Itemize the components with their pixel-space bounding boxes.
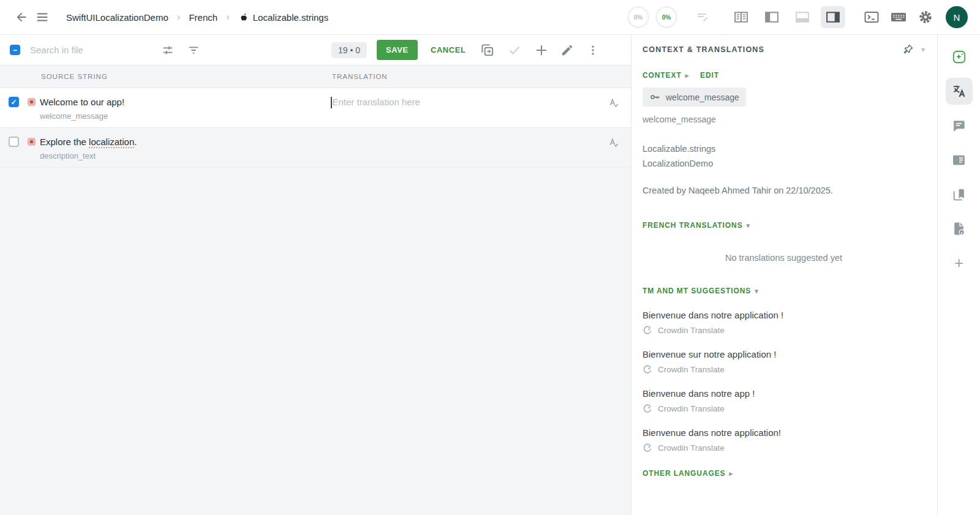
proofread-progress-ring[interactable]: 0% [627, 6, 649, 28]
suggestion-source: Crowdin Translate [643, 443, 925, 453]
document-info-icon [951, 221, 967, 236]
hamburger-icon [36, 10, 49, 24]
no-translations-message: No translations suggested yet [643, 253, 925, 263]
keyboard-icon [891, 10, 907, 24]
settings-button[interactable] [915, 7, 936, 28]
crowdin-translate-icon [643, 364, 652, 374]
right-panel-view-icon [826, 12, 840, 23]
view-mode-bottom-panel-button[interactable] [790, 6, 815, 28]
breadcrumb-language[interactable]: French [189, 12, 217, 23]
search-input[interactable] [30, 45, 157, 55]
suggestion-item[interactable]: Bienvenue dans notre app ! Crowdin Trans… [643, 388, 925, 413]
caret-right-icon: ▸ [729, 470, 733, 478]
add-string-button[interactable] [531, 40, 552, 61]
french-translations-toggle[interactable]: FRENCH TRANSLATIONS ▾ [643, 221, 750, 230]
string-key-plain: welcome_message [643, 115, 925, 124]
copy-source-button[interactable] [477, 40, 498, 61]
tm-suggestions-toggle[interactable]: TM AND MT SUGGESTIONS ▾ [643, 287, 759, 295]
comments-tab[interactable] [946, 112, 973, 139]
edit-string-button[interactable] [557, 40, 578, 61]
select-all-checkbox[interactable]: − [10, 45, 20, 55]
console-button[interactable] [861, 7, 882, 28]
arrow-left-icon [15, 10, 28, 24]
crowdin-translate-icon [643, 443, 652, 453]
apple-icon [238, 12, 248, 23]
more-actions-button[interactable] [582, 40, 603, 61]
row-checkbox-unchecked[interactable] [9, 137, 19, 147]
breadcrumb-project[interactable]: SwiftUILocalizationDemo [66, 12, 168, 23]
text-cursor [331, 97, 332, 108]
plus-icon: + [954, 254, 963, 273]
bottom-panel-view-icon [796, 12, 809, 23]
source-string-text: Explore the localization. [40, 136, 331, 148]
string-key: description_text [40, 151, 331, 160]
ai-sparkle-icon [951, 49, 967, 65]
qa-check-button[interactable] [597, 136, 631, 149]
crowdin-translate-icon [643, 325, 652, 335]
context-section-header: CONTEXT ▸ EDIT [643, 71, 925, 80]
add-panel-tab-button[interactable]: + [946, 249, 973, 276]
other-languages-label: OTHER LANGUAGES [643, 469, 726, 478]
pin-panel-button[interactable] [902, 43, 914, 55]
menu-button[interactable] [32, 7, 53, 28]
breadcrumb-separator: › [226, 11, 230, 23]
breadcrumb-separator: › [177, 11, 181, 23]
translation-placeholder: Enter translation here [333, 96, 420, 108]
view-mode-right-panel-button[interactable] [821, 6, 845, 28]
file-context-tab[interactable] [946, 215, 973, 242]
search-settings-button[interactable] [157, 40, 178, 61]
comfortable-view-icon [734, 12, 748, 23]
untranslated-status-icon [28, 138, 36, 146]
other-languages-toggle[interactable]: OTHER LANGUAGES ▸ [643, 469, 733, 478]
key-chip-label: welcome_message [666, 92, 739, 102]
string-key-chip[interactable]: welcome_message [643, 88, 746, 107]
user-avatar[interactable]: N [946, 6, 968, 28]
dictionary-tab[interactable] [946, 181, 973, 208]
translations-tab[interactable] [946, 78, 973, 105]
translation-input[interactable]: Enter translation here [331, 96, 597, 108]
edit-context-button[interactable]: EDIT [700, 71, 719, 80]
context-section-toggle[interactable]: CONTEXT ▸ [643, 71, 689, 80]
pushpin-icon [902, 43, 914, 55]
save-button[interactable]: SAVE [377, 40, 418, 60]
suggestion-item[interactable]: Bienvenue dans notre application! Crowdi… [643, 427, 925, 453]
filter-button[interactable] [183, 40, 204, 61]
spellcheck-icon [607, 96, 620, 110]
translation-progress-ring[interactable]: 0% [655, 6, 677, 28]
cancel-button[interactable]: CANCEL [431, 45, 466, 55]
shortcuts-button[interactable] [888, 7, 909, 28]
kebab-menu-icon [587, 43, 599, 57]
suggestion-item[interactable]: Bienvenue sur notre application ! Crowdi… [643, 349, 925, 374]
collapse-panel-button[interactable]: ▾ [921, 45, 925, 54]
string-row[interactable]: Explore the localization. description_te… [0, 128, 631, 168]
back-button[interactable] [11, 7, 32, 28]
plus-icon [534, 43, 549, 58]
breadcrumb: SwiftUILocalizationDemo › French › Local… [66, 11, 328, 23]
qa-check-button[interactable] [597, 96, 631, 110]
view-mode-side-by-side-button[interactable] [760, 6, 784, 28]
approve-button[interactable] [504, 40, 525, 61]
view-mode-comfortable-button[interactable] [729, 6, 753, 28]
terms-tab[interactable] [946, 146, 973, 173]
suggestion-text: Bienvenue dans notre application ! [643, 310, 925, 320]
check-mark: ✓ [10, 99, 17, 106]
string-row[interactable]: ✓ Welcome to our app! welcome_message En… [0, 88, 631, 128]
suggestion-text: Bienvenue dans notre application! [643, 427, 925, 438]
gear-icon [918, 10, 933, 24]
translation-progress-value: 0% [662, 14, 671, 21]
comment-icon [951, 118, 967, 133]
translate-icon [951, 83, 967, 99]
editor-toolbar: − 19 • 0 SAVE CANCEL [0, 35, 631, 66]
row-checkbox-checked[interactable]: ✓ [9, 97, 19, 107]
breadcrumb-file[interactable]: Localizable.strings [238, 12, 328, 23]
ai-assistant-tab[interactable] [946, 43, 973, 70]
context-label: CONTEXT [643, 71, 682, 80]
suggestion-item[interactable]: Bienvenue dans notre application ! Crowd… [643, 310, 925, 335]
file-name: Localizable.strings [643, 141, 925, 156]
source-column-header: SOURCE STRING [41, 73, 332, 80]
source-string-text: Welcome to our app! [40, 96, 331, 108]
drafts-button[interactable] [692, 7, 713, 28]
panel-title: CONTEXT & TRANSLATIONS [643, 45, 764, 54]
french-translations-label: FRENCH TRANSLATIONS [643, 221, 743, 230]
spellcheck-icon [607, 136, 620, 149]
